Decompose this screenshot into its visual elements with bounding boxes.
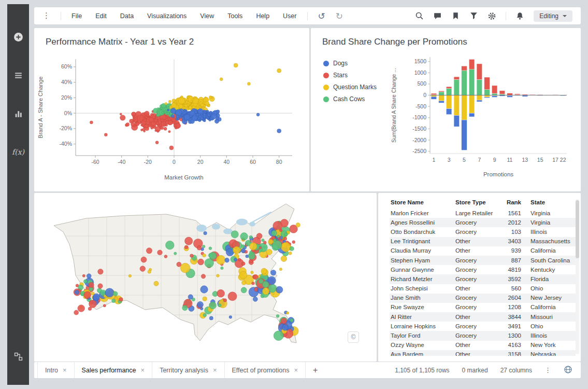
svg-text:40: 40 xyxy=(223,159,230,165)
data-panel-button[interactable] xyxy=(11,70,25,81)
table-row[interactable]: Ava BardemOther3158Nebraska xyxy=(390,350,576,356)
table-scrollbar[interactable] xyxy=(576,199,579,354)
menu-view[interactable]: View xyxy=(200,12,214,20)
plus-icon: + xyxy=(313,366,318,374)
add-icon xyxy=(13,32,23,42)
table-cell: New Jersey xyxy=(529,294,576,303)
svg-text:9: 9 xyxy=(493,157,496,163)
add-page-button[interactable]: + xyxy=(306,362,325,378)
table-cell: Virginia xyxy=(529,209,576,218)
tab-close-icon[interactable]: × xyxy=(213,366,217,374)
filters-button[interactable] xyxy=(469,11,478,20)
menu-file[interactable]: File xyxy=(71,12,82,20)
tab-label: Territory analysis xyxy=(160,367,208,374)
svg-text:80: 80 xyxy=(276,159,282,165)
svg-text:-20%: -20% xyxy=(59,125,72,131)
settings-button[interactable] xyxy=(487,11,496,20)
table-row[interactable]: John SchepisiOther560Ohio xyxy=(390,284,576,294)
legend-item[interactable]: Dogs xyxy=(323,60,389,67)
undo-button[interactable]: ↺ xyxy=(318,11,325,21)
map-attribution-button[interactable]: © xyxy=(348,331,359,343)
table-cell: Taylor Ford xyxy=(390,331,454,340)
table-row[interactable]: Al RitterOther3844Missouri xyxy=(390,312,576,322)
svg-text:-40: -40 xyxy=(118,159,125,165)
tab-intro[interactable]: Intro× xyxy=(37,362,75,378)
search-button[interactable] xyxy=(415,11,424,20)
marked-count-status: 0 marked xyxy=(462,367,488,374)
menu-visualizations[interactable]: Visualizations xyxy=(147,12,187,20)
legend-label: Stars xyxy=(333,72,348,79)
table-row[interactable]: Stephen HyamGrocery887South Carolina xyxy=(390,256,576,265)
editing-mode-dropdown[interactable]: Editing xyxy=(534,10,572,22)
globe-icon xyxy=(564,365,572,374)
table-cell: Jane Smith xyxy=(390,294,454,303)
table-row[interactable]: Agnes RosselliniGrocery2012Virginia xyxy=(390,218,576,227)
bell-icon xyxy=(515,11,524,20)
svg-text:60: 60 xyxy=(250,159,256,165)
menu-edit[interactable]: Edit xyxy=(95,12,107,20)
toolbar-kebab-button[interactable]: ⋮ xyxy=(42,12,50,20)
tab-close-icon[interactable]: × xyxy=(294,366,298,374)
table-row[interactable]: Marlon FrickerLarge Retailer1561Virginia xyxy=(390,209,576,218)
svg-text:17: 17 xyxy=(552,157,558,163)
table-row[interactable]: Gunnar GwynneGrocery4819Kentucky xyxy=(390,265,576,274)
brand-share-bar-chart[interactable]: 150010005000-500-1000-1500-2000-25001357… xyxy=(389,52,578,190)
table-cell: Nebraska xyxy=(529,350,576,356)
table-cell: Stephen Hyam xyxy=(390,256,454,265)
notifications-button[interactable] xyxy=(515,11,524,20)
table-row[interactable]: Lorraine HopkinsGrocery3491Ohio xyxy=(390,322,576,331)
svg-text:-1500: -1500 xyxy=(412,126,426,132)
table-row[interactable]: Richard MetzlerGrocery3592Florida xyxy=(390,274,576,284)
map-panel: © xyxy=(34,193,377,362)
comments-button[interactable] xyxy=(433,11,442,20)
column-header[interactable]: Store Type xyxy=(454,197,504,209)
table-cell: Grocery xyxy=(454,265,504,274)
legend-item[interactable]: Stars xyxy=(323,72,389,79)
table-row[interactable]: Lee TrintignantOther3403Massachusetts xyxy=(390,237,576,246)
tab-sales-performance[interactable]: Sales performance× xyxy=(75,362,153,378)
table-row[interactable]: Jane SmithGrocery2604New Jersey xyxy=(390,294,576,303)
table-cell: 1300 xyxy=(504,331,529,340)
table-row[interactable]: Rue SwayzeGrocery1208California xyxy=(390,303,576,312)
table-row[interactable]: Otto BondarchukGrocery103Illinois xyxy=(390,227,576,237)
tab-close-icon[interactable]: × xyxy=(141,366,145,374)
menu-user[interactable]: User xyxy=(283,12,296,20)
table-cell: Massachusetts xyxy=(529,237,576,246)
table-row[interactable]: Claudia MurrayOther939California xyxy=(390,246,576,256)
table-cell: Grocery xyxy=(454,303,504,312)
svg-text:500: 500 xyxy=(417,80,426,87)
svg-text:5: 5 xyxy=(463,157,466,163)
table-cell: Other xyxy=(454,341,504,350)
calculations-button[interactable]: f(x) xyxy=(11,146,25,158)
table-cell: Marlon Fricker xyxy=(390,209,454,218)
column-header[interactable]: State xyxy=(529,197,576,209)
table-cell: Missouri xyxy=(529,312,576,322)
globe-button[interactable] xyxy=(564,365,572,376)
menu-data[interactable]: Data xyxy=(120,12,134,20)
tab-effect-of-promotions[interactable]: Effect of promotions× xyxy=(225,362,306,378)
menu-tools[interactable]: Tools xyxy=(227,12,242,20)
visualization-types-button[interactable] xyxy=(11,108,25,119)
menu-help[interactable]: Help xyxy=(256,12,269,20)
column-header[interactable]: Store Name xyxy=(390,197,454,209)
tab-territory-analysis[interactable]: Territory analysis× xyxy=(152,362,224,378)
svg-text:-1000: -1000 xyxy=(412,114,426,120)
add-visualization-button[interactable] xyxy=(11,31,25,43)
table-row[interactable]: Taylor FordGrocery1300Illinois xyxy=(390,331,576,340)
tab-label: Effect of promotions xyxy=(232,367,290,374)
svg-text:Market Growth: Market Growth xyxy=(164,174,203,180)
table-cell: Large Retailer xyxy=(454,209,504,218)
status-kebab-button[interactable]: ⋮ xyxy=(544,366,551,374)
table-row[interactable]: Ozzy WayneOther4163New York xyxy=(390,341,576,350)
data-connections-button[interactable] xyxy=(11,351,25,362)
performance-matrix-scatter-chart[interactable]: -60-40-20020406080-40%-20%0%20%40%60%Mar… xyxy=(34,52,309,187)
scrollbar-thumb[interactable] xyxy=(576,200,579,258)
tab-close-icon[interactable]: × xyxy=(63,366,67,374)
redo-button[interactable]: ↻ xyxy=(336,11,343,21)
bar-chart-title: Brand Share Change per Promotions xyxy=(311,28,581,47)
us-map-chart[interactable] xyxy=(45,199,363,353)
column-header[interactable]: Rank xyxy=(504,197,529,209)
legend-item[interactable]: Cash Cows xyxy=(323,95,389,103)
legend-item[interactable]: Question Marks xyxy=(323,84,389,91)
bookmarks-button[interactable] xyxy=(451,11,460,20)
